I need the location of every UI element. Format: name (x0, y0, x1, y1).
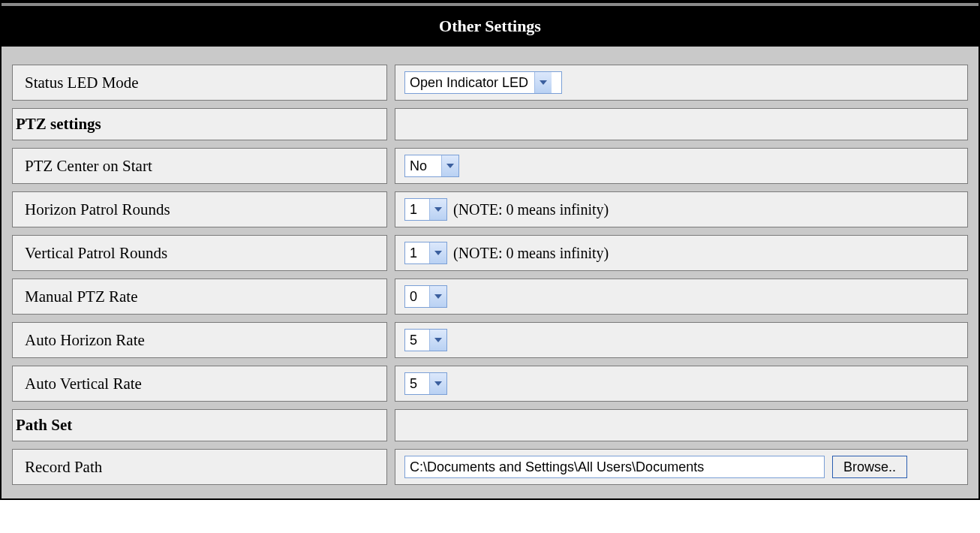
note-horizon-patrol: (NOTE: 0 means infinity) (453, 201, 609, 218)
settings-content: Status LED Mode Open Indicator LED (2, 47, 978, 498)
row-record-path: Record Path Browse.. (12, 449, 968, 485)
heading-ptz: PTZ settings (12, 108, 387, 140)
row-auto-vertical-rate: Auto Vertical Rate 5 (12, 366, 968, 402)
select-manual-rate-value: 0 (405, 286, 429, 307)
label-record-path: Record Path (12, 449, 387, 485)
settings-panel: Other Settings Status LED Mode Open Indi… (0, 0, 980, 500)
chevron-down-icon (441, 155, 458, 176)
section-ptz: PTZ settings (12, 108, 968, 140)
label-status-led: Status LED Mode (12, 65, 387, 101)
select-status-led[interactable]: Open Indicator LED (404, 71, 562, 94)
select-auto-vertical-rate[interactable]: 5 (404, 372, 447, 395)
browse-button[interactable]: Browse.. (832, 456, 907, 478)
chevron-down-icon (429, 286, 446, 307)
row-status-led: Status LED Mode Open Indicator LED (12, 65, 968, 101)
chevron-down-icon (534, 72, 552, 93)
page-title: Other Settings (2, 6, 978, 47)
row-auto-horizon-rate: Auto Horizon Rate 5 (12, 322, 968, 358)
label-manual-rate: Manual PTZ Rate (12, 279, 387, 315)
heading-path-set-right (395, 409, 968, 441)
label-horizon-patrol: Horizon Patrol Rounds (12, 191, 387, 227)
select-auto-horizon-rate[interactable]: 5 (404, 329, 447, 351)
chevron-down-icon (429, 373, 446, 394)
row-ptz-center: PTZ Center on Start No (12, 148, 968, 184)
select-ptz-center-value: No (405, 155, 441, 176)
chevron-down-icon (429, 242, 446, 263)
chevron-down-icon (429, 330, 446, 351)
input-record-path[interactable] (404, 456, 825, 478)
row-horizon-patrol: Horizon Patrol Rounds 1 (NOTE: 0 means i… (12, 191, 968, 227)
section-path-set: Path Set (12, 409, 968, 441)
label-vertical-patrol: Vertical Patrol Rounds (12, 235, 387, 271)
label-auto-vertical-rate: Auto Vertical Rate (12, 366, 387, 402)
heading-path-set: Path Set (12, 409, 387, 441)
select-vertical-patrol[interactable]: 1 (404, 242, 447, 264)
note-vertical-patrol: (NOTE: 0 means infinity) (453, 245, 609, 262)
label-ptz-center: PTZ Center on Start (12, 148, 387, 184)
select-auto-vertical-rate-value: 5 (405, 373, 429, 394)
select-horizon-patrol[interactable]: 1 (404, 198, 447, 221)
select-horizon-patrol-value: 1 (405, 199, 429, 220)
select-vertical-patrol-value: 1 (405, 242, 429, 263)
heading-ptz-right (395, 108, 968, 140)
select-ptz-center[interactable]: No (404, 155, 459, 177)
select-manual-rate[interactable]: 0 (404, 285, 447, 308)
row-vertical-patrol: Vertical Patrol Rounds 1 (NOTE: 0 means … (12, 235, 968, 271)
chevron-down-icon (429, 199, 446, 220)
label-auto-horizon-rate: Auto Horizon Rate (12, 322, 387, 358)
select-auto-horizon-rate-value: 5 (405, 330, 429, 351)
row-manual-rate: Manual PTZ Rate 0 (12, 279, 968, 315)
select-status-led-value: Open Indicator LED (405, 72, 534, 93)
